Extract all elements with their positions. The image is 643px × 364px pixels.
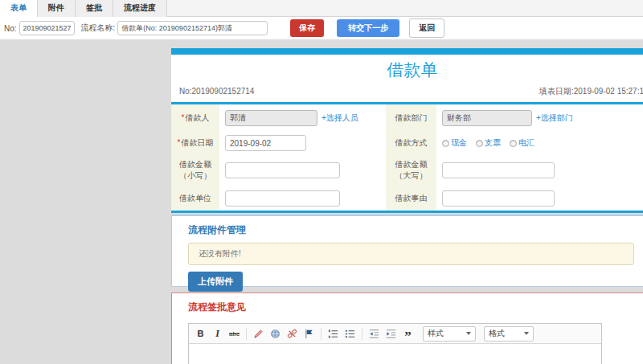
- no-label: No:: [4, 24, 17, 33]
- format-select[interactable]: 格式: [484, 326, 534, 342]
- loan-date-input[interactable]: [225, 135, 306, 151]
- field-value-amount-lower: [219, 155, 386, 186]
- toolbar-separator: [246, 328, 247, 340]
- app-screen: 表单 附件 签批 流程进度 No: 流程名称: 保存 转交下一步 返回 借款单 …: [0, 0, 643, 364]
- field-label-loan-method: 借款方式: [386, 131, 436, 155]
- form-date-text: 填表日期:2019-09-02 15:27:1: [539, 86, 643, 97]
- editor-toolbar: B I abc: [189, 324, 601, 344]
- italic-icon[interactable]: I: [211, 326, 224, 342]
- upload-attachment-button[interactable]: 上传附件: [188, 272, 243, 292]
- action-toolbar: No: 流程名称: 保存 转交下一步 返回: [0, 17, 643, 40]
- bulleted-list-icon[interactable]: [343, 326, 357, 342]
- styles-select[interactable]: 样式: [423, 326, 476, 342]
- back-button[interactable]: 返回: [409, 18, 444, 38]
- remove-format-icon[interactable]: [252, 326, 265, 342]
- next-step-button[interactable]: 转交下一步: [337, 19, 399, 37]
- strikethrough-icon[interactable]: abc: [227, 326, 241, 342]
- approval-section-title: 流程签批意见: [188, 301, 643, 314]
- link-icon[interactable]: [268, 326, 282, 342]
- field-value-borrower: +选择人员: [219, 104, 386, 131]
- rich-text-editor: B I abc: [188, 323, 602, 364]
- unlink-icon[interactable]: [285, 326, 299, 342]
- field-label-borrower: *借款人: [171, 104, 219, 131]
- no-input[interactable]: [19, 21, 75, 35]
- form-no-text: No:20190902152714: [179, 87, 254, 96]
- panel-top-bar: [171, 48, 643, 55]
- amount-lowercase-input[interactable]: [225, 162, 340, 178]
- loan-reason-input[interactable]: [442, 190, 555, 207]
- radio-option-cash[interactable]: 现金: [442, 137, 467, 149]
- blockquote-icon[interactable]: ”: [401, 326, 415, 342]
- no-attachment-alert: 还没有附件!: [188, 243, 634, 265]
- tab-progress[interactable]: 流程进度: [113, 0, 167, 17]
- field-label-loan-date: *借款日期: [171, 131, 219, 155]
- field-label-loan-reason: 借款事由: [386, 186, 436, 211]
- amount-uppercase-input[interactable]: [442, 162, 555, 178]
- toolbar-separator: [362, 328, 362, 340]
- caret-down-icon: [466, 332, 471, 335]
- field-value-loan-date: [219, 131, 386, 155]
- anchor-flag-icon[interactable]: [302, 326, 316, 342]
- radio-option-wire[interactable]: 电汇: [510, 137, 534, 149]
- required-mark: *: [178, 138, 181, 147]
- indent-icon[interactable]: [384, 326, 398, 342]
- borrower-input[interactable]: [225, 110, 317, 126]
- radio-option-cheque[interactable]: 支票: [476, 137, 501, 149]
- form-meta: No:20190902152714 填表日期:2019-09-02 15:27:…: [171, 83, 643, 102]
- radio-icon: [442, 140, 449, 147]
- field-label-department: 借款部门: [386, 104, 436, 131]
- bold-icon[interactable]: B: [194, 326, 207, 342]
- loan-unit-input[interactable]: [225, 190, 340, 207]
- select-department-link[interactable]: +选择部门: [536, 112, 573, 124]
- caret-down-icon: [524, 332, 529, 335]
- department-input[interactable]: [442, 110, 532, 126]
- field-value-loan-reason: [436, 186, 643, 211]
- ordered-list-icon[interactable]: [326, 326, 340, 342]
- field-label-amount-lower: 借款金额（小写）: [171, 155, 219, 186]
- save-button[interactable]: 保存: [290, 19, 324, 37]
- outdent-icon[interactable]: [367, 326, 381, 342]
- field-label-amount-upper: 借款金额（大写）: [386, 155, 436, 186]
- radio-icon: [510, 140, 517, 147]
- page-title: 借款单: [171, 55, 643, 83]
- loan-form-panel: 借款单 No:20190902152714 填表日期:2019-09-02 15…: [171, 48, 643, 213]
- field-value-amount-upper: [436, 155, 643, 186]
- process-name-label: 流程名称:: [81, 22, 116, 34]
- tab-bar: 表单 附件 签批 流程进度: [0, 0, 643, 17]
- tab-attachment[interactable]: 附件: [38, 0, 76, 17]
- divider-bottom: [171, 211, 643, 213]
- field-value-loan-method: 现金 支票 电汇: [436, 131, 643, 155]
- radio-icon: [476, 140, 483, 147]
- attachment-panel: 流程附件管理 还没有附件! 上传附件: [171, 215, 643, 287]
- attachment-section-title: 流程附件管理: [188, 223, 643, 237]
- approval-panel: 流程签批意见 B I abc: [171, 292, 643, 364]
- field-label-loan-unit: 借款单位: [171, 186, 219, 211]
- form-grid: *借款人 +选择人员 借款部门 +选择部门 *借款日期 借款方式 现金 支票: [171, 104, 643, 211]
- editor-content[interactable]: [189, 344, 601, 364]
- field-value-department: +选择部门: [436, 104, 643, 131]
- tab-form[interactable]: 表单: [0, 0, 38, 17]
- toolbar-separator: [321, 328, 322, 340]
- tab-approval[interactable]: 签批: [76, 0, 113, 17]
- field-value-loan-unit: [219, 186, 386, 211]
- select-person-link[interactable]: +选择人员: [322, 112, 358, 124]
- required-mark: *: [182, 113, 185, 122]
- process-name-input[interactable]: [117, 21, 268, 35]
